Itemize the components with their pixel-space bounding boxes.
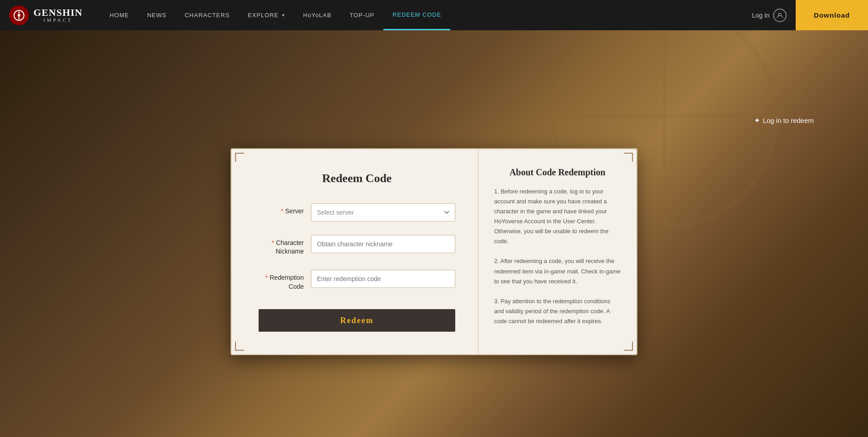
server-select[interactable]: Select server America Europe Asia TW/HK/… bbox=[311, 203, 455, 221]
character-input[interactable] bbox=[311, 235, 455, 253]
sidebar-item-explore[interactable]: EXPLORE ▾ bbox=[239, 0, 294, 30]
login-label: Log In bbox=[752, 12, 769, 19]
corner-br-decoration bbox=[624, 342, 633, 351]
corner-tl-decoration bbox=[235, 153, 244, 162]
nav-news-link[interactable]: NEWS bbox=[138, 0, 175, 30]
nav-topup-link[interactable]: TOP-UP bbox=[340, 0, 383, 30]
sidebar-item-news[interactable]: NEWS bbox=[138, 0, 175, 30]
code-row: *RedemptionCode bbox=[259, 270, 455, 291]
sidebar-item-hoyolab[interactable]: HoYoLAB bbox=[294, 0, 340, 30]
nav-redeemcode-link[interactable]: REDEEM CODE bbox=[383, 0, 450, 30]
nav-hoyolab-link[interactable]: HoYoLAB bbox=[294, 0, 340, 30]
download-button[interactable]: Download bbox=[796, 0, 868, 30]
login-area[interactable]: Log In bbox=[743, 9, 796, 22]
star-icon: ✦ bbox=[754, 116, 760, 125]
sidebar-item-redeemcode[interactable]: REDEEM CODE bbox=[383, 0, 450, 30]
redeem-form-title: Redeem Code bbox=[259, 172, 455, 185]
nav-links: HOME NEWS CHARACTERS EXPLORE ▾ HoYoLAB T… bbox=[100, 0, 450, 30]
redeem-form-panel: Redeem Code *Server Select server Americ… bbox=[231, 149, 478, 354]
navbar-left: GENSHIN IMPACT HOME NEWS CHARACTERS EXPL… bbox=[9, 0, 450, 30]
server-row: *Server Select server America Europe Asi… bbox=[259, 203, 455, 221]
navbar-right: Log In Download bbox=[743, 0, 868, 30]
sidebar-item-topup[interactable]: TOP-UP bbox=[340, 0, 383, 30]
required-star-server: * bbox=[281, 207, 283, 215]
logo-text: GENSHIN IMPACT bbox=[33, 8, 82, 23]
svg-point-1 bbox=[18, 14, 20, 17]
info-text: 1. Before redeeming a code, log in to yo… bbox=[494, 187, 621, 339]
character-label: *CharacterNickname bbox=[259, 235, 304, 256]
logo-icon bbox=[9, 5, 29, 25]
sidebar-item-characters[interactable]: CHARACTERS bbox=[175, 0, 239, 30]
required-star-character: * bbox=[272, 239, 274, 246]
corner-bl-decoration bbox=[235, 342, 244, 351]
chevron-down-icon: ▾ bbox=[282, 13, 285, 18]
redeem-info-panel: About Code Redemption 1. Before redeemin… bbox=[478, 149, 637, 339]
character-row: *CharacterNickname bbox=[259, 235, 455, 256]
server-label: *Server bbox=[259, 203, 304, 216]
nav-explore-link[interactable]: EXPLORE ▾ bbox=[239, 0, 294, 30]
nav-home-link[interactable]: HOME bbox=[100, 0, 138, 30]
navbar: GENSHIN IMPACT HOME NEWS CHARACTERS EXPL… bbox=[0, 0, 868, 30]
info-title: About Code Redemption bbox=[494, 167, 621, 178]
required-star-code: * bbox=[265, 274, 268, 281]
redeem-card: Redeem Code *Server Select server Americ… bbox=[231, 148, 637, 355]
login-redeem-label: Log in to redeem bbox=[763, 117, 814, 124]
corner-tr-decoration bbox=[624, 153, 633, 162]
code-label: *RedemptionCode bbox=[259, 270, 304, 291]
sidebar-item-home[interactable]: HOME bbox=[100, 0, 138, 30]
hero-section: ✦ Log in to redeem Redeem Code *Server S… bbox=[0, 30, 868, 437]
logo-area[interactable]: GENSHIN IMPACT bbox=[9, 5, 82, 25]
logo-main: GENSHIN bbox=[33, 8, 82, 18]
user-icon bbox=[773, 9, 787, 22]
login-redeem-hint[interactable]: ✦ Log in to redeem bbox=[754, 116, 814, 125]
code-input[interactable] bbox=[311, 270, 455, 288]
logo-sub: IMPACT bbox=[33, 18, 82, 23]
redeem-button[interactable]: Redeem bbox=[259, 309, 455, 332]
nav-characters-link[interactable]: CHARACTERS bbox=[175, 0, 239, 30]
